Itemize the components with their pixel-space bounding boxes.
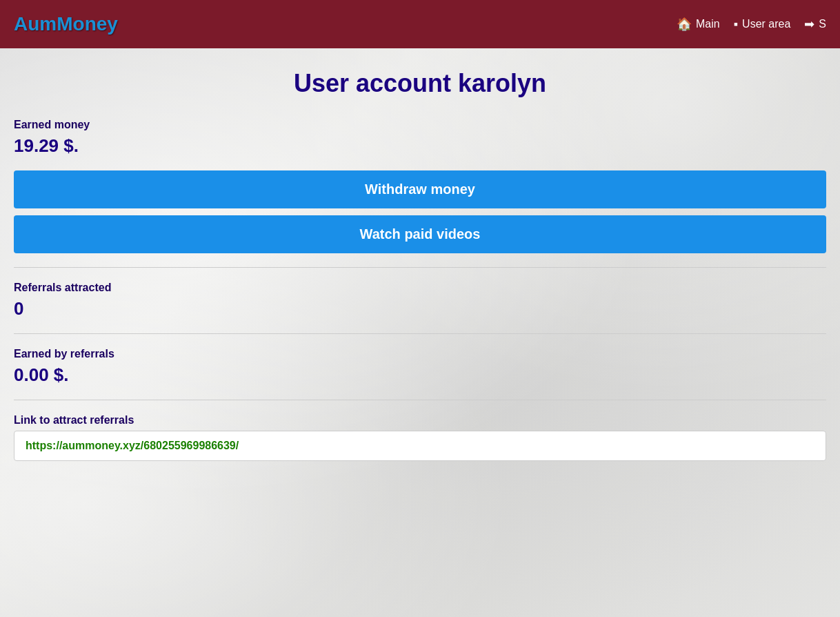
main-nav-item[interactable]: 🏠 Main (677, 17, 720, 32)
user-area-nav-item[interactable]: ▪️ User area (734, 17, 791, 32)
logo: AumMoney (14, 13, 118, 35)
divider-3 (14, 400, 826, 400)
earned-by-referrals-label: Earned by referrals (14, 348, 826, 360)
divider-1 (14, 267, 826, 268)
user-area-icon: ▪️ (734, 17, 738, 32)
earned-money-value: 19.29 $. (14, 135, 826, 157)
referrals-attracted-value: 0 (14, 298, 826, 320)
sign-nav-item[interactable]: ➡ S (804, 17, 826, 32)
sign-icon: ➡ (804, 17, 814, 32)
header: AumMoney 🏠 Main ▪️ User area ➡ S (0, 0, 840, 48)
main-content: User account karolyn Earned money 19.29 … (0, 48, 840, 617)
main-nav-label: Main (696, 18, 720, 30)
earned-by-referrals-value: 0.00 $. (14, 364, 826, 386)
user-area-nav-label: User area (742, 18, 790, 30)
home-icon: 🏠 (677, 17, 692, 32)
earned-money-label: Earned money (14, 119, 826, 131)
withdraw-money-button[interactable]: Withdraw money (14, 170, 826, 208)
header-nav: 🏠 Main ▪️ User area ➡ S (677, 17, 826, 32)
divider-2 (14, 333, 826, 334)
sign-nav-label: S (819, 18, 826, 30)
watch-paid-videos-button[interactable]: Watch paid videos (14, 215, 826, 253)
referrals-attracted-label: Referrals attracted (14, 282, 826, 294)
link-label: Link to attract referrals (14, 414, 826, 427)
page-title: User account karolyn (14, 69, 826, 98)
referral-link[interactable]: https://aummoney.xyz/680255969986639/ (14, 431, 826, 461)
